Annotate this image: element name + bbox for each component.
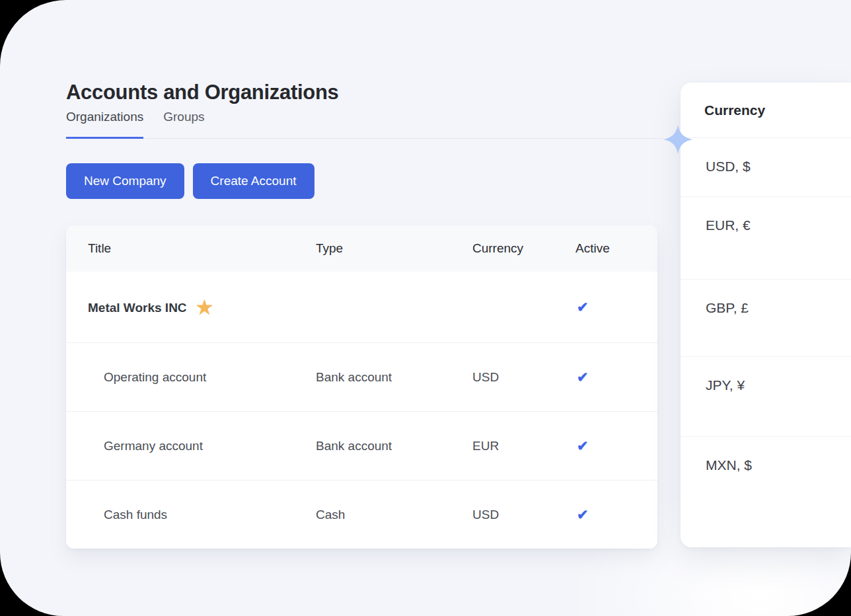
currency-option[interactable]: USD, $: [681, 137, 851, 196]
sparkle-icon: [663, 125, 692, 154]
table-body: Metal Works INC★ ✔ Operating account Ban…: [66, 272, 657, 549]
account-currency: USD: [472, 370, 575, 385]
account-currency: EUR: [472, 439, 575, 453]
action-buttons: New Company Create Account: [66, 163, 314, 199]
checkmark-icon: ✔: [577, 507, 589, 522]
checkmark-icon: ✔: [577, 369, 589, 385]
accounts-table: Title Type Currency Active Metal Works I…: [66, 225, 657, 549]
table-row[interactable]: Metal Works INC★ ✔: [66, 272, 657, 342]
account-title: Cash funds: [104, 508, 167, 521]
currency-option-label: JPY, ¥: [706, 377, 745, 393]
checkmark-icon: ✔: [577, 299, 589, 315]
table-header-row: Title Type Currency Active: [66, 225, 657, 272]
table-row[interactable]: Operating account Bank account USD ✔: [66, 342, 657, 411]
app-background: Accounts and Organizations Organizations…: [0, 0, 851, 616]
tab-organizations[interactable]: Organizations: [66, 110, 143, 139]
currency-option-label: USD, $: [706, 159, 751, 174]
table-row[interactable]: Germany account Bank account EUR ✔: [66, 411, 657, 480]
table-row[interactable]: Cash funds Cash USD ✔: [66, 480, 657, 549]
tab-groups[interactable]: Groups: [163, 110, 204, 139]
currency-option-label: EUR, €: [706, 217, 751, 233]
currency-option[interactable]: JPY, ¥: [681, 356, 851, 436]
checkmark-icon: ✔: [577, 438, 589, 453]
currency-panel: Currency USD, $ EUR, € GBP, £ JPY, ¥ MXN…: [681, 83, 851, 547]
currency-option-label: GBP, £: [706, 300, 749, 315]
currency-option[interactable]: MXN, $: [681, 436, 851, 547]
currency-option[interactable]: EUR, €: [681, 196, 851, 279]
account-title: Germany account: [104, 439, 203, 453]
currency-option-label: MXN, $: [706, 457, 752, 473]
account-type: Bank account: [316, 370, 472, 385]
new-company-button[interactable]: New Company: [66, 163, 184, 199]
account-currency: USD: [472, 508, 575, 522]
create-account-button[interactable]: Create Account: [193, 163, 314, 199]
column-header-type: Type: [316, 241, 472, 256]
currency-list: USD, $ EUR, € GBP, £ JPY, ¥ MXN, $: [681, 137, 851, 547]
account-type: Bank account: [316, 439, 472, 453]
currency-option[interactable]: GBP, £: [681, 279, 851, 356]
currency-panel-title: Currency: [681, 83, 851, 137]
star-icon[interactable]: ★: [196, 297, 213, 318]
tab-bar: Organizations Groups: [66, 110, 205, 139]
column-header-currency: Currency: [472, 241, 575, 256]
account-title: Metal Works INC: [88, 301, 187, 315]
account-title: Operating account: [104, 370, 206, 384]
column-header-title: Title: [66, 241, 316, 256]
page-title: Accounts and Organizations: [66, 80, 338, 105]
account-type: Cash: [316, 508, 472, 522]
column-header-active: Active: [575, 241, 657, 256]
